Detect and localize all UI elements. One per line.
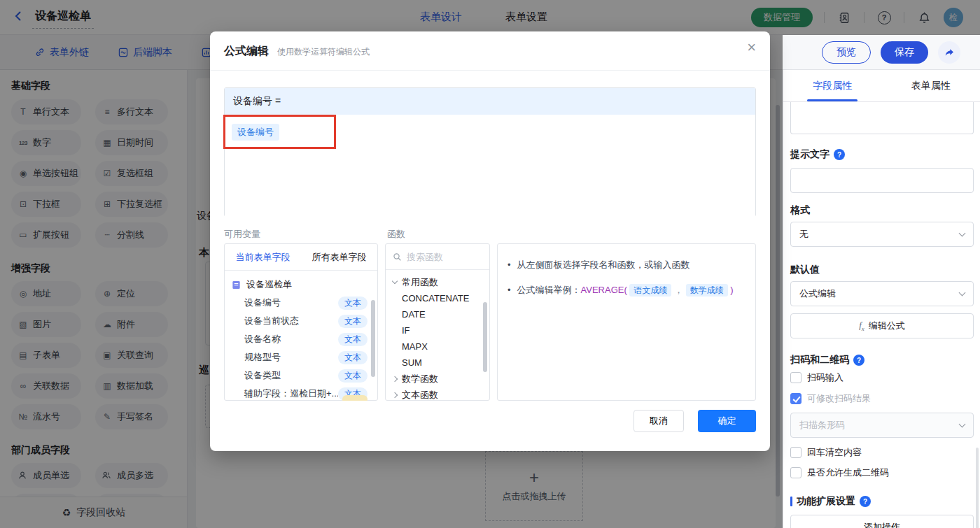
confirm-button[interactable]: 确定 xyxy=(698,410,756,432)
modal-overlay xyxy=(0,0,980,35)
function-item[interactable]: CONCATENATE xyxy=(386,290,489,306)
caret-right-icon xyxy=(392,392,398,397)
save-button[interactable]: 保存 xyxy=(881,41,928,64)
modal-footer: 取消 确定 xyxy=(634,410,756,432)
checkbox-enter-clear[interactable]: 回车清空内容 xyxy=(790,446,974,459)
checkbox-icon[interactable] xyxy=(790,467,802,478)
barcode-select[interactable]: 扫描条形码 xyxy=(790,413,974,438)
chevron-down-icon xyxy=(959,420,966,427)
variables-tabs: 当前表单字段 所有表单字段 xyxy=(225,244,377,271)
function-item[interactable]: DATE xyxy=(386,306,489,322)
checkbox-checked-icon[interactable] xyxy=(790,393,802,404)
functions-panel: 常用函数 CONCATENATE DATE IF MAPX SUM 数学函数 文… xyxy=(385,243,490,401)
variables-label: 可用变量 xyxy=(224,228,260,241)
example-tag: 语文成绩 xyxy=(629,284,671,297)
fx-icon: fx xyxy=(859,320,864,332)
variables-tree: 设备巡检单 设备编号文本 设备当前状态文本 设备名称文本 规格型号文本 设备类型… xyxy=(225,271,377,401)
clipped-input[interactable] xyxy=(790,102,974,134)
help-icon[interactable]: ? xyxy=(853,355,864,366)
add-action-button[interactable]: 添加操作 xyxy=(790,515,974,528)
variables-panel: 当前表单字段 所有表单字段 设备巡检单 设备编号文本 设备当前状态文本 设备名称… xyxy=(224,243,378,401)
checkbox-editable-scan-result[interactable]: 可修改扫码结果 xyxy=(790,392,974,405)
functions-scrollbar[interactable] xyxy=(483,302,487,372)
chevron-down-icon xyxy=(959,229,966,236)
tab-all-form-fields[interactable]: 所有表单字段 xyxy=(312,251,367,264)
format-label: 格式 xyxy=(790,204,974,217)
tree-field[interactable]: 设备类型文本 xyxy=(225,366,377,385)
function-item[interactable]: SUM xyxy=(386,355,489,371)
modal-subtitle: 使用数学运算符编辑公式 xyxy=(277,46,370,58)
toolbar-actions: 预览 保存 xyxy=(822,41,960,64)
default-value-label: 默认值 xyxy=(790,264,974,276)
type-badge: 文本 xyxy=(338,351,368,364)
checkbox-scan-input[interactable]: 扫码输入 xyxy=(790,371,974,384)
modal-title: 公式编辑 xyxy=(224,44,269,59)
default-value-select[interactable]: 公式编辑 xyxy=(790,281,974,306)
caret-down-icon xyxy=(392,278,398,284)
function-search-input[interactable] xyxy=(407,252,477,262)
properties-panel: 字段属性 表单属性 提示文字? 格式 无 默认值 公式编辑 fx编辑公式 扫码和… xyxy=(783,70,980,528)
caret-right-icon xyxy=(392,376,398,381)
type-badge: 文本 xyxy=(338,315,368,328)
function-search xyxy=(386,244,489,270)
edit-formula-wrap: fx编辑公式 xyxy=(790,313,974,338)
partial-badge xyxy=(342,395,368,401)
tree-field[interactable]: 设备当前状态文本 xyxy=(225,312,377,330)
help-icon[interactable]: ? xyxy=(860,496,871,507)
variables-scrollbar[interactable] xyxy=(371,300,375,377)
modal-header: 公式编辑 使用数学运算符编辑公式 xyxy=(224,44,370,59)
type-badge: 文本 xyxy=(338,333,368,346)
share-button[interactable] xyxy=(938,41,960,64)
formula-target: 设备编号 = xyxy=(225,88,755,115)
function-group-common[interactable]: 常用函数 xyxy=(386,274,489,290)
edit-formula-button[interactable]: fx编辑公式 xyxy=(790,313,974,338)
close-icon[interactable]: × xyxy=(747,40,756,55)
help-icon[interactable]: ? xyxy=(834,149,845,160)
add-action-wrap: 添加操作 xyxy=(790,515,974,528)
hint-text-input-wrap xyxy=(790,168,974,193)
scan-section-header: 扫码和二维码? xyxy=(790,354,974,366)
document-icon xyxy=(232,280,241,290)
hint-line-2: •公式编辑举例：AVERAGE( 语文成绩 ， 数学成绩 ) xyxy=(502,278,751,303)
properties-tabs: 字段属性 表单属性 xyxy=(783,70,980,102)
function-group-math[interactable]: 数学函数 xyxy=(386,371,489,387)
hint-text-label: 提示文字? xyxy=(790,148,974,161)
chevron-down-icon xyxy=(959,289,966,296)
hint-line-1: •从左侧面板选择字段名和函数，或输入函数 xyxy=(502,252,751,278)
hint-panel: •从左侧面板选择字段名和函数，或输入函数 •公式编辑举例：AVERAGE( 语文… xyxy=(497,243,756,401)
functions-label: 函数 xyxy=(387,228,405,241)
section-bar xyxy=(790,497,792,506)
annotation-red-box xyxy=(223,115,336,149)
function-item[interactable]: MAPX xyxy=(386,338,489,355)
tab-current-form-fields[interactable]: 当前表单字段 xyxy=(236,251,290,264)
function-item[interactable]: IF xyxy=(386,322,489,338)
example-tag: 数学成绩 xyxy=(686,284,728,297)
checkbox-allow-qrcode[interactable]: 是否允许生成二维码 xyxy=(790,466,974,479)
tree-root[interactable]: 设备巡检单 xyxy=(225,276,377,294)
tree-field[interactable]: 设备编号文本 xyxy=(225,294,377,312)
type-badge: 文本 xyxy=(338,297,368,310)
tab-form-properties[interactable]: 表单属性 xyxy=(911,70,951,101)
formula-edit-modal: 公式编辑 使用数学运算符编辑公式 × 设备编号 = 设备编号 可用变量 函数 当… xyxy=(210,31,770,451)
panel-scrollbar[interactable] xyxy=(976,448,979,528)
share-arrow-icon xyxy=(944,47,955,58)
cancel-button[interactable]: 取消 xyxy=(634,410,684,432)
format-select[interactable]: 无 xyxy=(790,222,974,247)
preview-button[interactable]: 预览 xyxy=(822,41,871,64)
formula-input-area[interactable]: 设备编号 xyxy=(225,115,755,217)
type-badge: 文本 xyxy=(338,369,368,383)
tab-field-properties[interactable]: 字段属性 xyxy=(813,70,852,101)
divider xyxy=(210,70,770,71)
tree-field[interactable]: 设备名称文本 xyxy=(225,330,377,348)
extension-section-header: 功能扩展设置? xyxy=(790,495,974,508)
checkbox-icon[interactable] xyxy=(790,447,802,458)
formula-editor: 设备编号 = 设备编号 xyxy=(224,87,756,217)
function-group-text[interactable]: 文本函数 xyxy=(386,387,489,400)
checkbox-icon[interactable] xyxy=(790,372,802,383)
hint-text-input[interactable] xyxy=(790,168,974,193)
tree-field[interactable]: 规格型号文本 xyxy=(225,348,377,366)
function-name-example: AVERAGE( xyxy=(581,285,627,295)
functions-tree: 常用函数 CONCATENATE DATE IF MAPX SUM 数学函数 文… xyxy=(386,270,489,400)
search-icon xyxy=(393,252,402,262)
